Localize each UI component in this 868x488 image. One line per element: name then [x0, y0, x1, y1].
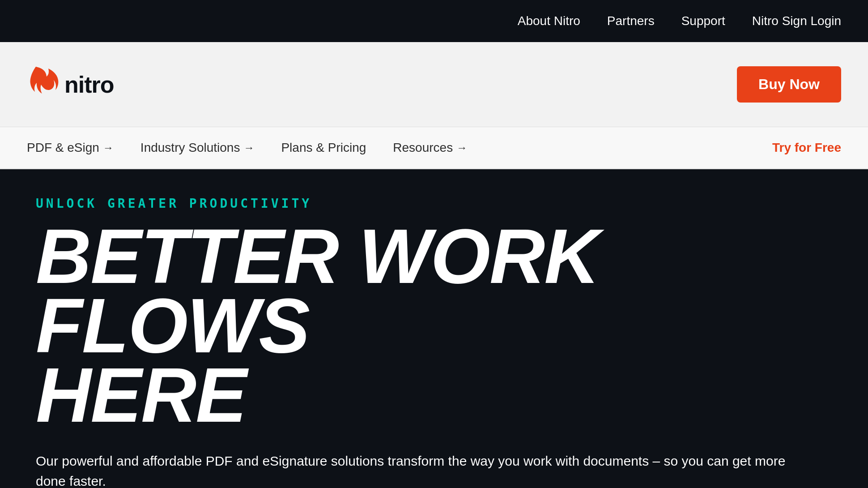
arrow-icon-pdf-esign: →	[103, 141, 114, 154]
hero-section: UNLOCK GREATER PRODUCTIVITY BETTER WORK …	[0, 169, 868, 488]
arrow-icon-resources: →	[456, 141, 467, 154]
main-header: nitro Buy Now	[0, 42, 868, 127]
arrow-icon-industry-solutions: →	[243, 141, 254, 154]
buy-now-button[interactable]: Buy Now	[737, 66, 841, 103]
nav-link-plans-pricing-label: Plans & Pricing	[281, 141, 366, 155]
hero-headline-line2: HERE	[36, 352, 246, 438]
hero-subtext: Our powerful and affordable PDF and eSig…	[36, 451, 796, 488]
nav-link-resources[interactable]: Resources →	[393, 141, 467, 155]
top-nav-partners[interactable]: Partners	[607, 14, 655, 28]
top-nav-about-nitro[interactable]: About Nitro	[518, 14, 580, 28]
nav-link-pdf-esign[interactable]: PDF & eSign →	[27, 141, 114, 155]
nav-link-pdf-esign-label: PDF & eSign	[27, 141, 99, 155]
logo-container: nitro	[27, 67, 114, 103]
nav-link-industry-solutions-label: Industry Solutions	[140, 141, 240, 155]
logo-text: nitro	[64, 71, 114, 98]
hero-headline-line1: BETTER WORK FLOWS	[36, 213, 599, 368]
hero-eyebrow: UNLOCK GREATER PRODUCTIVITY	[36, 196, 832, 211]
nav-link-resources-label: Resources	[393, 141, 453, 155]
nav-link-industry-solutions[interactable]: Industry Solutions →	[140, 141, 255, 155]
top-bar: About Nitro Partners Support Nitro Sign …	[0, 0, 868, 42]
top-nav-support[interactable]: Support	[681, 14, 725, 28]
try-for-free-link[interactable]: Try for Free	[772, 141, 841, 155]
nav-bar: PDF & eSign → Industry Solutions → Plans…	[0, 127, 868, 169]
hero-headline: BETTER WORK FLOWS HERE	[36, 222, 832, 429]
nav-links: PDF & eSign → Industry Solutions → Plans…	[27, 141, 467, 155]
top-nav-nitro-sign-login[interactable]: Nitro Sign Login	[752, 14, 841, 28]
top-nav: About Nitro Partners Support Nitro Sign …	[518, 14, 841, 28]
nav-link-plans-pricing[interactable]: Plans & Pricing	[281, 141, 366, 155]
nitro-logo-icon	[27, 67, 59, 103]
